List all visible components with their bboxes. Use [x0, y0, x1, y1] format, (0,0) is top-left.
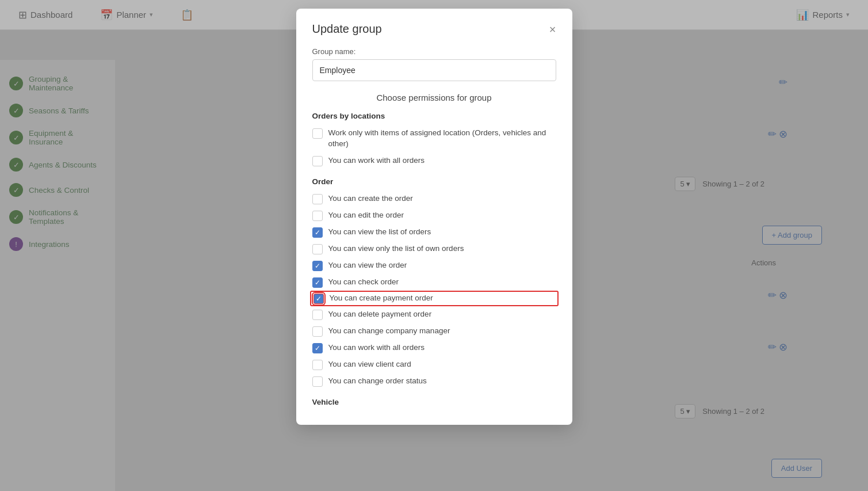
perm-item-assigned-location: Work only with items of assigned locatio…: [312, 125, 556, 153]
group-name-label: Group name:: [312, 47, 556, 56]
perm-checkbox-create-payment[interactable]: ✓: [313, 294, 324, 304]
perm-label-change-order-status: You can change order status: [328, 376, 427, 387]
perm-label-create-payment: You can create payment order: [330, 293, 433, 304]
permissions-title: Choose permissions for group: [312, 93, 556, 102]
perm-label-view-order: You can view the order: [328, 260, 407, 271]
perm-label-assigned-location: Work only with items of assigned locatio…: [328, 128, 556, 150]
section-order: Order: [312, 177, 556, 186]
perm-label-work-all-orders: You can work with all orders: [328, 342, 425, 353]
perm-label-edit-order: You can edit the order: [328, 210, 404, 221]
perm-label-create-order: You can create the order: [328, 193, 413, 204]
perm-item-check-order: ✓ You can check order: [312, 274, 556, 291]
perm-item-view-client-card: You can view client card: [312, 356, 556, 373]
perm-checkbox-view-client-card[interactable]: [312, 360, 323, 370]
perm-checkbox-check-order[interactable]: ✓: [312, 277, 323, 288]
perm-checkbox-view-list-orders[interactable]: ✓: [312, 227, 323, 238]
modal-header: Update group ×: [312, 22, 556, 36]
perm-item-create-payment: ✓ You can create payment order: [310, 291, 559, 306]
perm-label-change-manager: You can change company manager: [328, 326, 450, 337]
perm-item-edit-order: You can edit the order: [312, 207, 556, 224]
group-name-input[interactable]: [312, 59, 556, 81]
perm-item-view-own-orders: You can view only the list of own orders: [312, 241, 556, 257]
modal-title: Update group: [312, 22, 382, 36]
perm-checkbox-all-orders-loc[interactable]: [312, 156, 323, 166]
perm-checkbox-delete-payment[interactable]: [312, 310, 323, 320]
update-group-modal: Update group × Group name: Choose permis…: [296, 9, 572, 425]
modal-close-button[interactable]: ×: [549, 24, 556, 35]
perm-item-change-manager: You can change company manager: [312, 323, 556, 340]
perm-item-change-order-status: You can change order status: [312, 373, 556, 390]
perm-checkbox-assigned-location[interactable]: [312, 128, 323, 139]
section-orders-by-locations: Orders by locations: [312, 112, 556, 120]
perm-checkbox-work-all-orders[interactable]: ✓: [312, 343, 323, 353]
perm-checkbox-change-order-status[interactable]: [312, 376, 323, 387]
perm-item-create-order: You can create the order: [312, 191, 556, 207]
perm-label-delete-payment: You can delete payment order: [328, 309, 432, 320]
perm-checkbox-view-order[interactable]: ✓: [312, 261, 323, 271]
perm-item-work-all-orders: ✓ You can work with all orders: [312, 340, 556, 356]
perm-checkbox-edit-order[interactable]: [312, 211, 323, 221]
perm-checkbox-change-manager[interactable]: [312, 326, 323, 337]
perm-checkbox-create-order[interactable]: [312, 194, 323, 204]
perm-item-delete-payment: You can delete payment order: [312, 306, 556, 323]
perm-label-all-orders-loc: You can work with all orders: [328, 155, 425, 166]
section-vehicle: Vehicle: [312, 398, 556, 406]
perm-label-check-order: You can check order: [328, 277, 399, 288]
perm-label-view-own-orders: You can view only the list of own orders: [328, 243, 464, 254]
perm-item-view-order: ✓ You can view the order: [312, 257, 556, 274]
perm-item-all-orders-loc: You can work with all orders: [312, 153, 556, 169]
perm-label-view-list-orders: You can view the list of orders: [328, 227, 431, 238]
perm-checkbox-view-own-orders[interactable]: [312, 244, 323, 254]
perm-item-view-list-orders: ✓ You can view the list of orders: [312, 224, 556, 241]
perm-label-view-client-card: You can view client card: [328, 359, 411, 370]
